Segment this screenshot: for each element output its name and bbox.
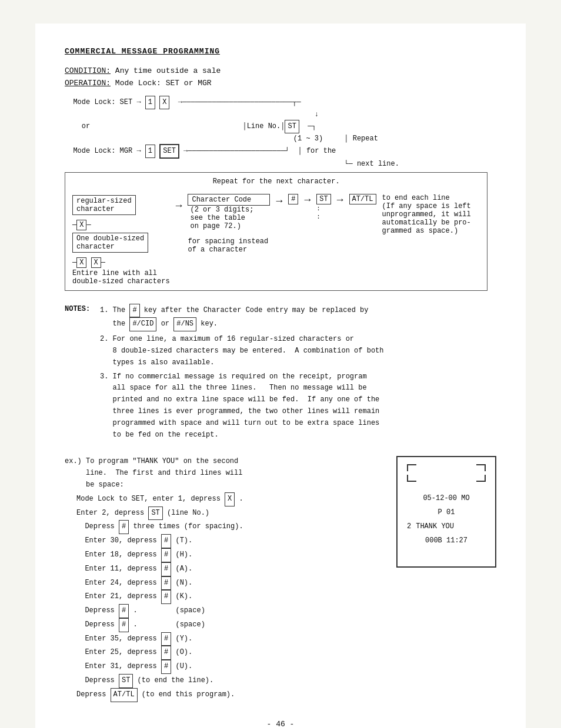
notes-section: NOTES: 1. The # key after the Character … — [65, 304, 496, 444]
diagram-pre: Mode Lock: SET → 1 X →──────────────────… — [65, 96, 496, 170]
st-box: ST — [316, 194, 330, 204]
char-code-box: Character Code — [188, 194, 270, 206]
ex-intro2: line. The first and third lines will — [65, 468, 379, 479]
end-line-note: to end each line (If any space is left u… — [382, 194, 471, 235]
step-7: Enter 24, depress # (N). — [76, 576, 379, 591]
h9: # — [161, 646, 171, 660]
h8: # — [161, 632, 171, 646]
receipt-date: 05-12-00 MO — [407, 491, 486, 505]
arrow-right-2: → — [276, 195, 282, 207]
attl-col: AT/TL — [349, 194, 376, 204]
xx-box-row: ─X X─ — [72, 257, 170, 268]
hash-cid-key: #/CID — [129, 317, 156, 331]
h10: # — [161, 660, 171, 674]
example-layout: ex.) To program "THANK YOU" on the secon… — [65, 456, 496, 702]
page-title: COMMERCIAL MESSAGE PROGRAMMING — [65, 47, 496, 56]
x-box-row: ─X─ — [72, 220, 170, 230]
x-key: X — [225, 492, 235, 506]
notes-title: NOTES: — [65, 304, 100, 444]
receipt-thankyou: THANK YOU — [416, 519, 454, 534]
receipt-corners-bot — [407, 475, 486, 482]
hash-box: # — [288, 194, 298, 204]
receipt-linenum: 2 — [407, 519, 411, 534]
char-types: regular-sizedcharacter ─X─ One double-si… — [72, 195, 170, 286]
ex-intro: ex.) To program "THANK YOU" on the secon… — [65, 456, 379, 468]
receipt-corners-top — [407, 464, 486, 471]
char-flow: regular-sizedcharacter ─X─ One double-si… — [72, 189, 480, 286]
note-2: 2. For one line, a maximum of 16 regular… — [100, 334, 383, 368]
st-col: ST : : — [316, 194, 330, 221]
step-4: Enter 30, depress # (T). — [76, 534, 379, 548]
step-12: Enter 25, depress # (O). — [76, 646, 379, 660]
char-code-detail: (2 or 3 digits;see the tableon page 72.) — [188, 206, 270, 230]
arrow-right-1: → — [176, 200, 182, 212]
spacing-label: for spacing insteadof a character — [188, 237, 270, 254]
operation-line: OPERATION: Mode Lock: SET or MGR — [65, 79, 496, 88]
corner-tr — [476, 464, 486, 471]
ex-steps: Mode Lock to SET, enter 1, depress X . E… — [76, 492, 379, 702]
ex-intro3: be space: — [65, 479, 379, 491]
repeat-label: Repeat for the next character. — [72, 177, 480, 186]
step-6: Enter 11, depress # (A). — [76, 562, 379, 576]
example-section: ex.) To program "THANK YOU" on the secon… — [65, 456, 496, 702]
step-3: Depress # three times (for spacing). — [76, 520, 379, 534]
h6: # — [119, 604, 129, 618]
step-15: Depress AT/TL (to end this program). — [76, 688, 379, 702]
h7: # — [119, 618, 129, 632]
notes-title-row: NOTES: 1. The # key after the Character … — [65, 304, 496, 444]
attl-key: AT/TL — [111, 688, 138, 702]
attl-box: AT/TL — [349, 194, 376, 204]
hash-col: # — [288, 194, 298, 204]
step-1: Mode Lock to SET, enter 1, depress X . — [76, 492, 379, 506]
condition-label: CONDITION: — [65, 66, 111, 75]
receipt-box: 05-12-00 MO P 01 2 THANK YOU 000B 11:27 — [396, 456, 496, 568]
receipt-p: P 01 — [407, 505, 486, 519]
example-text: ex.) To program "THANK YOU" on the secon… — [65, 456, 379, 702]
arrow-right-4: → — [337, 194, 343, 206]
arrow-right-3: → — [304, 194, 310, 206]
step-13: Enter 31, depress # (U). — [76, 660, 379, 674]
corner-bl — [407, 475, 416, 482]
receipt-area: 05-12-00 MO P 01 2 THANK YOU 000B 11:27 — [396, 456, 496, 568]
st-key-2: ST — [119, 674, 133, 688]
char-code-col: Character Code (2 or 3 digits;see the ta… — [188, 194, 270, 254]
corner-tl — [407, 464, 416, 471]
hash-ns-key: #/NS — [173, 317, 196, 331]
regular-box: regular-sizedcharacter — [72, 195, 136, 215]
page-number: - 46 - — [65, 720, 496, 728]
notes-content: 1. The # key after the Character Code en… — [100, 304, 383, 444]
receipt-time: 000B 11:27 — [407, 534, 486, 548]
condition-text: Any time outside a sale — [115, 66, 221, 75]
st-key: ST — [148, 506, 162, 521]
note-1: 1. The # key after the Character Code en… — [100, 304, 383, 332]
step-2: Enter 2, depress ST (line No.) — [76, 506, 379, 521]
h3: # — [161, 562, 171, 576]
flow-diagram: Mode Lock: SET → 1 X →──────────────────… — [65, 96, 496, 294]
step-11: Enter 35, depress # (Y). — [76, 632, 379, 646]
corner-br — [476, 475, 486, 482]
char-repeat-box: Repeat for the next character. regular-s… — [65, 172, 487, 291]
receipt-thank-row: 2 THANK YOU — [407, 519, 486, 534]
step-14: Depress ST (to end the line). — [76, 674, 379, 688]
operation-label: OPERATION: — [65, 79, 111, 88]
operation-text: Mode Lock: SET or MGR — [115, 79, 212, 88]
double-box: One double-sizedcharacter — [72, 233, 148, 253]
step-8: Enter 21, depress # (K). — [76, 590, 379, 604]
step-10: Depress # . (space) — [76, 618, 379, 632]
entire-line-label: Entire line with alldouble-sized charact… — [72, 269, 170, 286]
h4: # — [161, 576, 171, 591]
hash-key: # — [129, 304, 139, 318]
step-9: Depress # . (space) — [76, 604, 379, 618]
note-3: 3. If no commercial message is required … — [100, 371, 383, 441]
step-5: Enter 18, depress # (H). — [76, 548, 379, 562]
hash-key-2: # — [119, 520, 129, 534]
h1: # — [161, 534, 171, 548]
h5: # — [161, 590, 171, 604]
condition-line: CONDITION: Any time outside a sale — [65, 66, 496, 75]
page: COMMERCIAL MESSAGE PROGRAMMING CONDITION… — [35, 24, 526, 728]
h2: # — [161, 548, 171, 562]
